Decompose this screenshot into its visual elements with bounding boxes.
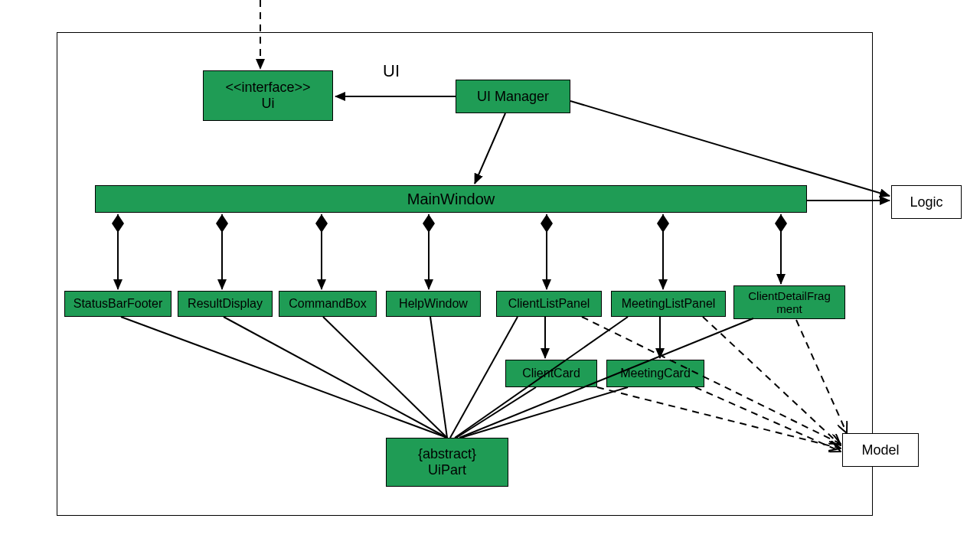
- class-name: MainWindow: [407, 191, 495, 208]
- class-ui-manager: UI Manager: [456, 80, 570, 113]
- class-meeting-list-panel: MeetingListPanel: [611, 291, 726, 317]
- class-status-bar-footer: StatusBarFooter: [64, 291, 172, 317]
- class-name: Ui: [262, 96, 275, 112]
- class-name-line2: ment: [776, 302, 802, 315]
- class-name: UiPart: [428, 462, 466, 478]
- class-name: MeetingListPanel: [622, 297, 716, 311]
- class-main-window: MainWindow: [95, 185, 807, 213]
- stereotype-text: <<interface>>: [225, 80, 310, 96]
- class-name: ClientCard: [522, 367, 580, 380]
- class-name: StatusBarFooter: [74, 297, 163, 311]
- class-name-line1: ClientDetailFrag: [748, 289, 831, 302]
- class-ui-part: {abstract} UiPart: [386, 438, 508, 487]
- class-name: Logic: [910, 194, 942, 210]
- diagram-stage: UI <<interface>> Ui UI Manager MainWindo…: [0, 0, 980, 551]
- class-meeting-card: MeetingCard: [606, 360, 704, 387]
- class-model: Model: [842, 433, 919, 467]
- class-name: ClientListPanel: [508, 297, 590, 311]
- package-label: UI: [383, 61, 400, 81]
- class-name: MeetingCard: [620, 367, 691, 380]
- class-logic: Logic: [891, 185, 962, 219]
- stereotype-text: {abstract}: [418, 446, 476, 462]
- class-command-box: CommandBox: [279, 291, 377, 317]
- class-help-window: HelpWindow: [386, 291, 481, 317]
- class-name: Model: [861, 442, 899, 458]
- class-name: CommandBox: [289, 297, 366, 311]
- class-result-display: ResultDisplay: [178, 291, 273, 317]
- class-ui-interface: <<interface>> Ui: [203, 70, 333, 121]
- class-client-card: ClientCard: [505, 360, 597, 387]
- class-client-detail-fragment: ClientDetailFrag ment: [733, 285, 845, 319]
- class-name: UI Manager: [477, 89, 549, 105]
- class-name: ResultDisplay: [188, 297, 263, 311]
- class-name: HelpWindow: [399, 297, 468, 311]
- class-client-list-panel: ClientListPanel: [496, 291, 602, 317]
